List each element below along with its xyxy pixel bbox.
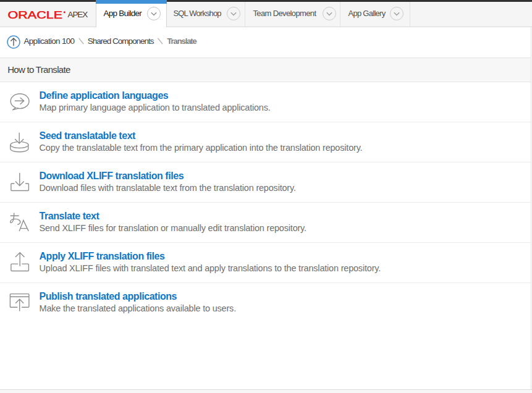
svg-text:ORACLE: ORACLE [8, 11, 62, 20]
